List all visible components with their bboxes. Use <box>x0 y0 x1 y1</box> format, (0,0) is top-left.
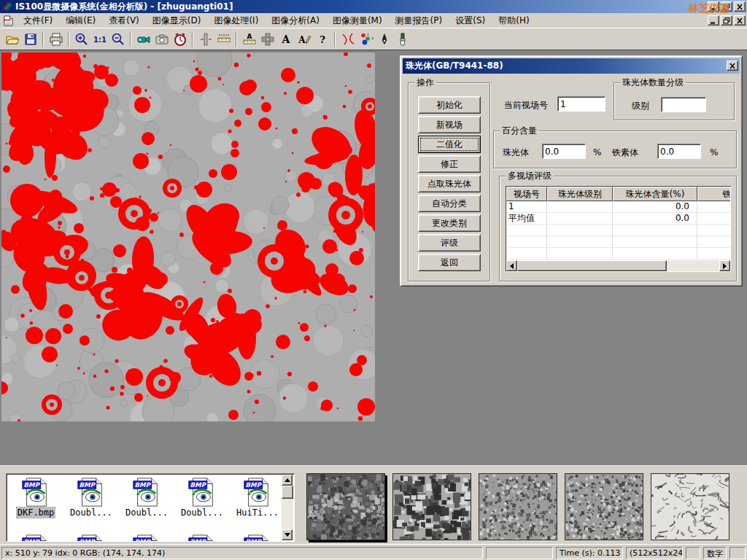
save-icon[interactable] <box>21 31 39 48</box>
table-cell <box>547 201 613 212</box>
operation-button-4[interactable]: 修正 <box>418 155 481 173</box>
pen-icon[interactable] <box>375 31 393 48</box>
menu-settings[interactable]: 设置(S) <box>449 13 492 28</box>
file-item[interactable]: BMPDKF.bmp <box>9 477 62 518</box>
sample-thumbnail-5[interactable] <box>651 473 729 540</box>
file-scrollbar-thumb[interactable] <box>282 486 293 499</box>
sample-thumbnail-4[interactable] <box>565 473 643 540</box>
ferrite-input[interactable] <box>657 144 701 159</box>
bmp-file-icon: BMP <box>176 477 228 508</box>
menu-file[interactable]: 文件(F) <box>17 13 59 28</box>
child-minimize-button[interactable] <box>708 15 719 26</box>
scroll-left-button[interactable] <box>506 260 517 271</box>
annotate-icon[interactable]: A <box>295 31 313 48</box>
file-item[interactable]: BMPHuiTi... <box>231 477 284 518</box>
brush-icon[interactable] <box>393 31 411 48</box>
open-file-icon[interactable] <box>3 31 21 48</box>
menu-image-display[interactable]: 图像显示(D) <box>146 13 208 28</box>
dialog-body: 操作 初始化新视场二值化修正点取珠光体自动分类更改类别评级返回 当前视场号 珠光… <box>403 74 740 285</box>
window-title: IS100显微摄像系统(金相分析版) - [zhuguangti01] <box>15 1 233 13</box>
curve-tool-icon[interactable] <box>338 31 357 48</box>
menu-view[interactable]: 查看(V) <box>102 13 146 28</box>
table-row[interactable]: 平均值0.0 <box>506 213 730 225</box>
table-row[interactable]: 10.0 <box>506 201 730 213</box>
table-row[interactable] <box>506 225 730 236</box>
file-list-scrollbar[interactable] <box>282 475 293 540</box>
svg-text:?: ? <box>320 34 325 45</box>
table-row[interactable] <box>506 248 730 260</box>
operation-button-9[interactable]: 返回 <box>418 254 481 271</box>
cursor-info: x: 510 y: 79 idx: 0 RGB: (174, 174, 174) <box>1 547 483 559</box>
operation-button-6[interactable]: 自动分类 <box>418 195 481 212</box>
phase-dots-icon[interactable]: 13 <box>357 31 375 48</box>
timer-icon[interactable] <box>171 31 189 48</box>
scroll-up-button[interactable] <box>282 475 293 486</box>
file-item[interactable]: BMPDoubl... <box>65 477 117 518</box>
actual-size-icon[interactable]: 1:1 <box>90 31 109 48</box>
main-close-button[interactable] <box>734 1 746 12</box>
bmp-file-icon: BMP <box>9 534 62 542</box>
rating-table[interactable]: 视场号珠光体级别珠光体含量(%)铁素体含量(%) 10.0平均值0.0 <box>506 186 731 272</box>
pearlite-input[interactable] <box>542 144 586 159</box>
menu-edit[interactable]: 编辑(E) <box>59 13 102 28</box>
main-minimize-button[interactable] <box>708 1 719 12</box>
scroll-down-button[interactable] <box>282 529 293 540</box>
sample-thumbnail-1[interactable] <box>306 473 385 540</box>
sample-thumbnail-2[interactable] <box>392 473 471 540</box>
capture-camera-icon[interactable] <box>152 31 171 48</box>
pearlite-unit: % <box>593 147 601 158</box>
file-scrollbar-track[interactable] <box>282 499 293 529</box>
file-item-partial[interactable]: BMP <box>65 534 117 542</box>
window-controls <box>708 1 746 12</box>
file-item[interactable]: BMPDoubl... <box>176 477 228 518</box>
down-arrow-icon <box>285 533 290 537</box>
table-horizontal-scrollbar[interactable] <box>506 260 730 271</box>
file-item-partial[interactable]: BMP <box>120 534 173 542</box>
dialog-close-button[interactable] <box>727 61 738 71</box>
menu-measure-report[interactable]: 测量报告(P) <box>389 13 449 28</box>
table-row[interactable] <box>506 236 730 248</box>
scroll-right-button[interactable] <box>719 260 730 271</box>
child-close-button[interactable] <box>734 15 746 26</box>
menu-image-processing[interactable]: 图像处理(I) <box>207 13 265 28</box>
file-item-partial[interactable]: BMP <box>9 534 62 542</box>
operation-button-8[interactable]: 评级 <box>418 234 481 252</box>
help-icon[interactable]: ? <box>313 31 331 48</box>
text-label-icon[interactable]: A <box>276 31 295 48</box>
table-cell <box>697 201 731 212</box>
grade-input[interactable] <box>661 97 706 112</box>
file-item-partial[interactable]: BMP <box>231 534 284 542</box>
current-field-input[interactable] <box>557 96 605 112</box>
operation-button-1[interactable]: 初始化 <box>418 96 481 114</box>
zoom-out-icon[interactable] <box>109 31 127 48</box>
caliper-icon[interactable] <box>196 31 214 48</box>
operation-button-5[interactable]: 点取珠光体 <box>418 175 481 192</box>
file-item[interactable]: BMPDoubl... <box>120 477 173 518</box>
menu-image-measure[interactable]: 图像测量(M) <box>326 13 389 28</box>
ruler-icon[interactable] <box>214 31 233 48</box>
main-restore-button[interactable] <box>721 1 732 12</box>
scrollbar-thumb[interactable] <box>517 260 667 271</box>
scrollbar-track[interactable] <box>667 260 719 271</box>
print-icon[interactable] <box>47 31 65 48</box>
operation-button-2[interactable]: 新视场 <box>418 116 481 133</box>
app-icon <box>2 1 12 12</box>
table-cell <box>697 248 731 259</box>
dialog-title-bar[interactable]: 珠光体(GB/T9441-88) <box>403 58 740 74</box>
status-spacer-1 <box>486 547 553 559</box>
file-list[interactable]: BMPDKF.bmpBMPDoubl...BMPDoubl...BMPDoubl… <box>6 473 295 542</box>
sample-thumbnail-3[interactable] <box>479 473 557 540</box>
file-item-partial[interactable]: BMP <box>176 534 228 542</box>
zoom-in-icon[interactable] <box>72 31 90 48</box>
table-cell: 平均值 <box>506 213 547 224</box>
child-restore-button[interactable] <box>721 15 732 26</box>
operation-button-7[interactable]: 更改类别 <box>418 214 481 232</box>
ferrite-unit: % <box>710 147 718 158</box>
menu-image-analysis[interactable]: 图像分析(A) <box>265 13 326 28</box>
operation-button-3[interactable]: 二值化 <box>418 136 481 153</box>
menu-help[interactable]: 帮助(H) <box>492 13 535 28</box>
measure-text-icon[interactable]: A <box>240 31 258 48</box>
micrograph-view[interactable] <box>1 52 375 421</box>
grid-tool-icon[interactable] <box>258 31 276 48</box>
video-camera-icon[interactable] <box>134 31 152 48</box>
